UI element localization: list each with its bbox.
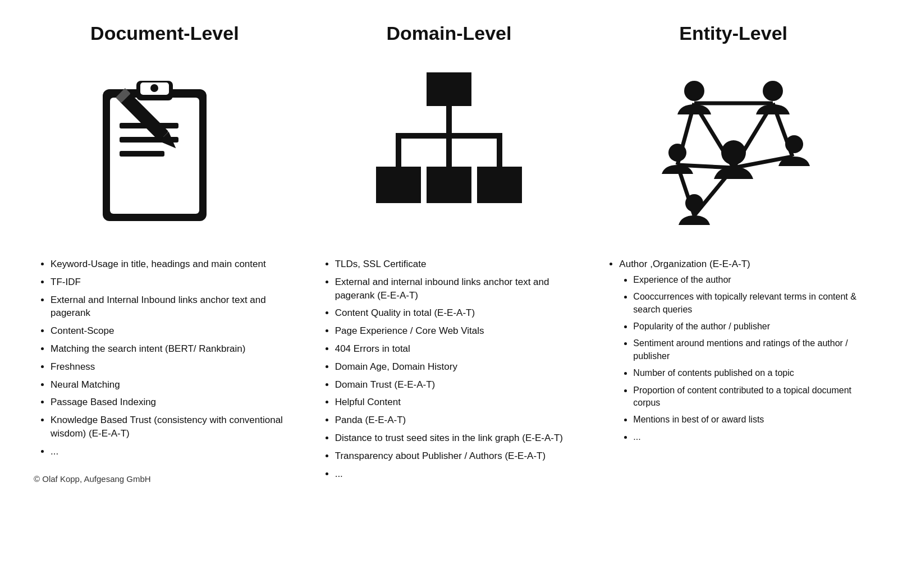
- svg-point-34: [685, 194, 703, 212]
- svg-rect-12: [446, 106, 452, 134]
- list-item: ...: [335, 467, 586, 481]
- list-item: ...: [633, 431, 870, 443]
- svg-rect-17: [376, 167, 421, 203]
- document-level-column: Document-Level: [28, 22, 301, 484]
- domain-bullet-list: TLDs, SSL Certificate External and inter…: [313, 258, 586, 485]
- list-item: External and internal inbound links anch…: [335, 275, 586, 302]
- main-container: Document-Level: [28, 22, 870, 485]
- svg-rect-18: [427, 167, 471, 203]
- list-item: Sentiment around mentions and ratings of…: [633, 337, 870, 362]
- entity-bullet-list: Author ,Organization (E-E-A-T) Experienc…: [597, 258, 870, 448]
- domain-level-column: Domain-Level: [313, 22, 586, 485]
- list-item: TF-IDF: [51, 275, 301, 289]
- list-item: Content-Scope: [51, 324, 301, 338]
- svg-rect-11: [427, 72, 471, 106]
- list-item: Popularity of the author / publisher: [633, 320, 870, 333]
- svg-rect-16: [497, 139, 502, 167]
- svg-point-29: [684, 81, 704, 101]
- list-item: ...: [51, 445, 301, 458]
- list-item: External and Internal Inbound links anch…: [51, 293, 301, 320]
- list-item: Freshness: [51, 360, 301, 374]
- list-item: Mentions in best of or award lists: [633, 414, 870, 426]
- domain-level-title: Domain-Level: [387, 22, 512, 44]
- list-item: Proportion of content contributed to a t…: [633, 384, 870, 410]
- list-item: Keyword-Usage in title, headings and mai…: [51, 258, 301, 271]
- list-item: Domain Trust (E-E-A-T): [335, 378, 586, 392]
- list-item: Distance to trust seed sites in the link…: [335, 431, 586, 445]
- domain-icon-area: [313, 61, 586, 241]
- clipboard-pencil-icon: [89, 67, 240, 235]
- list-item: Passage Based Indexing: [51, 396, 301, 409]
- svg-point-31: [785, 135, 803, 153]
- entity-level-column: Entity-Level: [597, 22, 870, 448]
- svg-point-30: [763, 81, 783, 101]
- list-item: Number of contents published on a topic: [633, 367, 870, 379]
- list-item: Page Experience / Core Web Vitals: [335, 324, 586, 338]
- list-item: Transparency about Publisher / Authors (…: [335, 449, 586, 463]
- list-item: Panda (E-E-A-T): [335, 414, 586, 427]
- network-people-icon: [649, 64, 818, 238]
- entity-level-title: Entity-Level: [679, 22, 787, 44]
- list-item: Helpful Content: [335, 396, 586, 409]
- list-item: 404 Errors in total: [335, 342, 586, 356]
- svg-rect-15: [446, 139, 452, 167]
- list-item: Knowledge Based Trust (consistency with …: [51, 414, 301, 440]
- list-item: Domain Age, Domain History: [335, 360, 586, 374]
- list-item: Cooccurrences with topically relevant te…: [633, 291, 870, 316]
- entity-icon-area: [597, 61, 870, 241]
- document-level-title: Document-Level: [90, 22, 239, 44]
- svg-rect-19: [477, 167, 522, 203]
- document-icon-area: [28, 61, 301, 241]
- svg-rect-14: [396, 139, 401, 167]
- copyright-text: © Olaf Kopp, Aufgesang GmbH: [28, 474, 301, 484]
- list-item: Experience of the author: [633, 274, 870, 286]
- list-item: Content Quality in total (E-E-A-T): [335, 306, 586, 320]
- list-item: Matching the search intent (BERT/ Rankbr…: [51, 342, 301, 356]
- svg-rect-7: [120, 151, 164, 157]
- svg-point-32: [721, 140, 746, 165]
- svg-point-33: [668, 144, 686, 162]
- document-bullet-list: Keyword-Usage in title, headings and mai…: [28, 258, 301, 463]
- svg-point-4: [150, 84, 158, 92]
- org-chart-icon: [370, 67, 528, 235]
- svg-rect-13: [396, 133, 502, 139]
- list-item-author-org: Author ,Organization (E-E-A-T) Experienc…: [619, 258, 870, 443]
- list-item: TLDs, SSL Certificate: [335, 258, 586, 271]
- list-item: Neural Matching: [51, 378, 301, 392]
